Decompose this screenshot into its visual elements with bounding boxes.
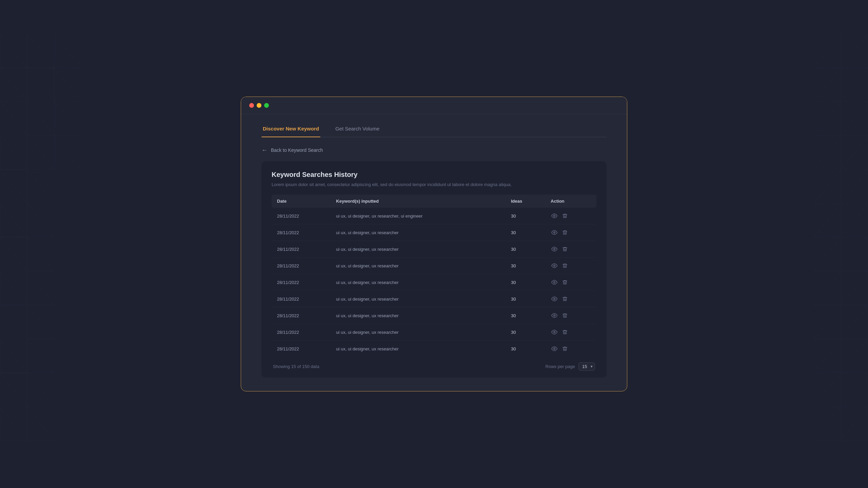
svg-marker-25 (54, 68, 81, 102)
history-card: Keyword Searches History Lorem ipsum dol… (261, 161, 607, 378)
cell-ideas: 30 (506, 224, 545, 241)
content-area: Discover New Keyword Get Search Volume ←… (241, 114, 627, 391)
delete-button[interactable] (561, 262, 568, 269)
svg-marker-38 (841, 203, 868, 237)
svg-marker-14 (27, 237, 54, 271)
svg-marker-36 (841, 169, 868, 203)
cell-keywords: ui ux, ui designer, ux researcher, ui en… (331, 208, 506, 224)
svg-marker-12 (27, 203, 54, 237)
cell-date: 28/11/2022 (272, 274, 331, 291)
traffic-light-yellow[interactable] (257, 103, 261, 108)
delete-button[interactable] (561, 279, 568, 286)
cell-ideas: 30 (506, 324, 545, 341)
cell-date: 28/11/2022 (272, 324, 331, 341)
svg-marker-9 (0, 203, 27, 237)
trash-icon (562, 246, 568, 252)
delete-button[interactable] (561, 312, 568, 319)
main-window: Discover New Keyword Get Search Volume ←… (241, 97, 627, 392)
cell-keywords: ui ux, ui designer, ux researcher (331, 258, 506, 274)
back-link[interactable]: ← Back to Keyword Search (261, 147, 607, 154)
view-button[interactable] (551, 279, 558, 286)
delete-button[interactable] (561, 212, 568, 219)
cell-keywords: ui ux, ui designer, ux researcher (331, 341, 506, 357)
view-button[interactable] (551, 245, 558, 253)
trash-icon (562, 230, 568, 235)
svg-marker-24 (54, 34, 81, 68)
svg-marker-4 (27, 102, 54, 136)
cell-date: 28/11/2022 (272, 341, 331, 357)
history-table: Date Keyword(s) inputted Ideas Action 28… (272, 195, 596, 357)
cell-keywords: ui ux, ui designer, ux researcher (331, 224, 506, 241)
svg-marker-30 (841, 68, 868, 102)
rows-per-page-select[interactable]: 10152550 (578, 362, 595, 371)
view-button[interactable] (551, 312, 558, 319)
table-header-row: Date Keyword(s) inputted Ideas Action (272, 195, 596, 208)
svg-marker-2 (27, 34, 54, 68)
tab-discover[interactable]: Discover New Keyword (261, 122, 320, 137)
table-row: 28/11/2022ui ux, ui designer, ux researc… (272, 224, 596, 241)
svg-marker-40 (841, 237, 868, 271)
cell-date: 28/11/2022 (272, 258, 331, 274)
cell-date: 28/11/2022 (272, 241, 331, 258)
svg-marker-41 (814, 237, 841, 271)
view-button[interactable] (551, 262, 558, 269)
view-button[interactable] (551, 345, 558, 352)
svg-marker-47 (814, 339, 841, 373)
cell-date: 28/11/2022 (272, 224, 331, 241)
traffic-light-red[interactable] (249, 103, 254, 108)
svg-point-56 (554, 282, 555, 283)
svg-marker-28 (841, 34, 868, 68)
card-title: Keyword Searches History (272, 171, 596, 179)
delete-button[interactable] (561, 229, 568, 236)
cell-action (545, 341, 596, 357)
cell-keywords: ui ux, ui designer, ux researcher (331, 241, 506, 258)
view-button[interactable] (551, 229, 558, 236)
col-keywords: Keyword(s) inputted (331, 195, 506, 208)
col-action: Action (545, 195, 596, 208)
col-ideas: Ideas (506, 195, 545, 208)
table-row: 28/11/2022ui ux, ui designer, ux researc… (272, 241, 596, 258)
action-icons (551, 229, 591, 236)
svg-marker-49 (814, 373, 841, 407)
eye-icon (551, 296, 557, 302)
svg-marker-27 (54, 136, 81, 169)
cell-ideas: 30 (506, 241, 545, 258)
svg-marker-10 (27, 169, 54, 203)
svg-marker-50 (841, 407, 868, 441)
cell-ideas: 30 (506, 307, 545, 324)
view-button[interactable] (551, 328, 558, 336)
svg-marker-45 (814, 305, 841, 339)
eye-icon (551, 279, 557, 285)
table-row: 28/11/2022ui ux, ui designer, ux researc… (272, 291, 596, 307)
svg-marker-20 (27, 339, 54, 373)
svg-marker-37 (814, 169, 841, 203)
trash-icon (562, 313, 568, 318)
svg-point-53 (554, 232, 555, 233)
svg-marker-35 (814, 136, 841, 169)
tab-volume[interactable]: Get Search Volume (334, 122, 381, 137)
cell-action (545, 258, 596, 274)
svg-marker-3 (0, 102, 27, 136)
eye-icon (551, 213, 557, 219)
back-arrow-icon: ← (261, 147, 268, 154)
title-bar (241, 97, 627, 114)
svg-marker-43 (814, 271, 841, 305)
delete-button[interactable] (561, 296, 568, 302)
cell-action (545, 224, 596, 241)
action-icons (551, 245, 591, 253)
svg-marker-29 (814, 34, 841, 68)
view-button[interactable] (551, 212, 558, 220)
cell-keywords: ui ux, ui designer, ux researcher (331, 274, 506, 291)
delete-button[interactable] (561, 329, 568, 336)
cell-action (545, 307, 596, 324)
svg-marker-32 (841, 102, 868, 136)
delete-button[interactable] (561, 345, 568, 352)
table-row: 28/11/2022ui ux, ui designer, ux researc… (272, 341, 596, 357)
traffic-light-green[interactable] (264, 103, 269, 108)
rows-per-page-control: Rows per page 10152550 (546, 362, 595, 371)
delete-button[interactable] (561, 246, 568, 252)
cell-date: 28/11/2022 (272, 307, 331, 324)
svg-marker-21 (0, 407, 27, 441)
svg-point-58 (554, 315, 555, 317)
view-button[interactable] (551, 295, 558, 303)
